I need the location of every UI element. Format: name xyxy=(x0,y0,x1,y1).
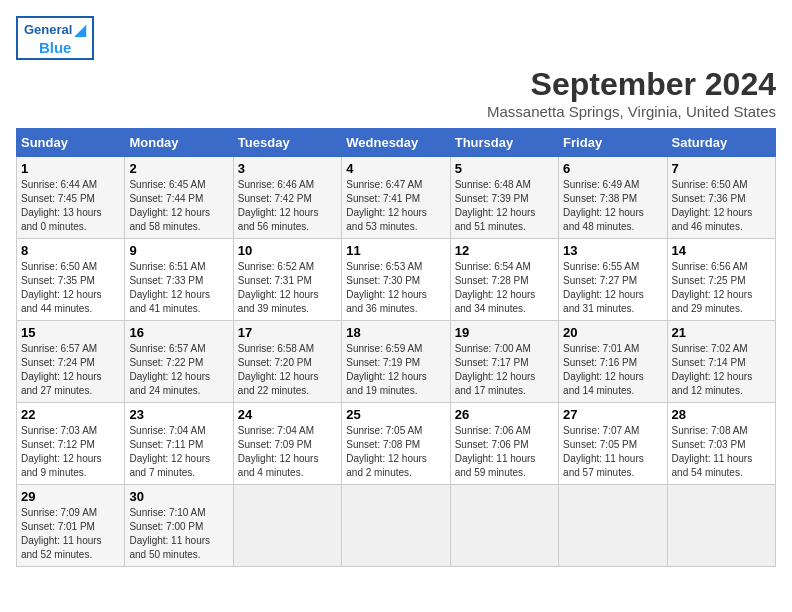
day-info: Sunrise: 7:04 AMSunset: 7:11 PMDaylight:… xyxy=(129,425,210,478)
day-info: Sunrise: 7:00 AMSunset: 7:17 PMDaylight:… xyxy=(455,343,536,396)
calendar-cell: 20 Sunrise: 7:01 AMSunset: 7:16 PMDaylig… xyxy=(559,321,667,403)
calendar-week-4: 22 Sunrise: 7:03 AMSunset: 7:12 PMDaylig… xyxy=(17,403,776,485)
day-number: 16 xyxy=(129,325,228,340)
calendar-week-2: 8 Sunrise: 6:50 AMSunset: 7:35 PMDayligh… xyxy=(17,239,776,321)
header-wednesday: Wednesday xyxy=(342,129,450,157)
calendar-week-5: 29 Sunrise: 7:09 AMSunset: 7:01 PMDaylig… xyxy=(17,485,776,567)
day-number: 25 xyxy=(346,407,445,422)
day-info: Sunrise: 6:44 AMSunset: 7:45 PMDaylight:… xyxy=(21,179,102,232)
calendar-cell: 30 Sunrise: 7:10 AMSunset: 7:00 PMDaylig… xyxy=(125,485,233,567)
day-info: Sunrise: 6:54 AMSunset: 7:28 PMDaylight:… xyxy=(455,261,536,314)
calendar-cell: 26 Sunrise: 7:06 AMSunset: 7:06 PMDaylig… xyxy=(450,403,558,485)
day-number: 18 xyxy=(346,325,445,340)
calendar-cell: 11 Sunrise: 6:53 AMSunset: 7:30 PMDaylig… xyxy=(342,239,450,321)
calendar-cell: 2 Sunrise: 6:45 AMSunset: 7:44 PMDayligh… xyxy=(125,157,233,239)
day-number: 7 xyxy=(672,161,771,176)
header-saturday: Saturday xyxy=(667,129,775,157)
day-number: 19 xyxy=(455,325,554,340)
calendar-cell: 13 Sunrise: 6:55 AMSunset: 7:27 PMDaylig… xyxy=(559,239,667,321)
calendar-cell xyxy=(559,485,667,567)
logo-bottom-text: Blue xyxy=(39,39,72,56)
logo-top-text: General xyxy=(24,22,72,37)
calendar-cell xyxy=(450,485,558,567)
calendar-cell: 10 Sunrise: 6:52 AMSunset: 7:31 PMDaylig… xyxy=(233,239,341,321)
day-info: Sunrise: 7:01 AMSunset: 7:16 PMDaylight:… xyxy=(563,343,644,396)
day-number: 28 xyxy=(672,407,771,422)
calendar-week-1: 1 Sunrise: 6:44 AMSunset: 7:45 PMDayligh… xyxy=(17,157,776,239)
day-info: Sunrise: 7:05 AMSunset: 7:08 PMDaylight:… xyxy=(346,425,427,478)
day-info: Sunrise: 6:56 AMSunset: 7:25 PMDaylight:… xyxy=(672,261,753,314)
calendar-cell: 25 Sunrise: 7:05 AMSunset: 7:08 PMDaylig… xyxy=(342,403,450,485)
calendar-cell: 15 Sunrise: 6:57 AMSunset: 7:24 PMDaylig… xyxy=(17,321,125,403)
header-thursday: Thursday xyxy=(450,129,558,157)
calendar-week-3: 15 Sunrise: 6:57 AMSunset: 7:24 PMDaylig… xyxy=(17,321,776,403)
logo: General ◢ Blue xyxy=(16,16,94,60)
day-info: Sunrise: 6:57 AMSunset: 7:24 PMDaylight:… xyxy=(21,343,102,396)
calendar-cell: 5 Sunrise: 6:48 AMSunset: 7:39 PMDayligh… xyxy=(450,157,558,239)
day-info: Sunrise: 6:48 AMSunset: 7:39 PMDaylight:… xyxy=(455,179,536,232)
header-section: September 2024 Massanetta Springs, Virgi… xyxy=(16,66,776,120)
day-info: Sunrise: 6:50 AMSunset: 7:35 PMDaylight:… xyxy=(21,261,102,314)
calendar-cell: 24 Sunrise: 7:04 AMSunset: 7:09 PMDaylig… xyxy=(233,403,341,485)
calendar-cell: 7 Sunrise: 6:50 AMSunset: 7:36 PMDayligh… xyxy=(667,157,775,239)
calendar-cell xyxy=(233,485,341,567)
calendar-cell: 23 Sunrise: 7:04 AMSunset: 7:11 PMDaylig… xyxy=(125,403,233,485)
calendar-cell: 21 Sunrise: 7:02 AMSunset: 7:14 PMDaylig… xyxy=(667,321,775,403)
day-info: Sunrise: 6:55 AMSunset: 7:27 PMDaylight:… xyxy=(563,261,644,314)
day-number: 23 xyxy=(129,407,228,422)
header-tuesday: Tuesday xyxy=(233,129,341,157)
day-number: 11 xyxy=(346,243,445,258)
day-info: Sunrise: 7:10 AMSunset: 7:00 PMDaylight:… xyxy=(129,507,210,560)
day-info: Sunrise: 7:08 AMSunset: 7:03 PMDaylight:… xyxy=(672,425,753,478)
day-number: 1 xyxy=(21,161,120,176)
day-info: Sunrise: 7:06 AMSunset: 7:06 PMDaylight:… xyxy=(455,425,536,478)
day-info: Sunrise: 7:09 AMSunset: 7:01 PMDaylight:… xyxy=(21,507,102,560)
day-info: Sunrise: 7:04 AMSunset: 7:09 PMDaylight:… xyxy=(238,425,319,478)
calendar-cell xyxy=(342,485,450,567)
day-info: Sunrise: 6:53 AMSunset: 7:30 PMDaylight:… xyxy=(346,261,427,314)
calendar-cell: 28 Sunrise: 7:08 AMSunset: 7:03 PMDaylig… xyxy=(667,403,775,485)
day-info: Sunrise: 6:47 AMSunset: 7:41 PMDaylight:… xyxy=(346,179,427,232)
day-info: Sunrise: 6:50 AMSunset: 7:36 PMDaylight:… xyxy=(672,179,753,232)
day-number: 9 xyxy=(129,243,228,258)
calendar-cell: 6 Sunrise: 6:49 AMSunset: 7:38 PMDayligh… xyxy=(559,157,667,239)
calendar-cell: 3 Sunrise: 6:46 AMSunset: 7:42 PMDayligh… xyxy=(233,157,341,239)
day-info: Sunrise: 7:02 AMSunset: 7:14 PMDaylight:… xyxy=(672,343,753,396)
day-number: 2 xyxy=(129,161,228,176)
calendar-cell: 1 Sunrise: 6:44 AMSunset: 7:45 PMDayligh… xyxy=(17,157,125,239)
calendar-header-row: Sunday Monday Tuesday Wednesday Thursday… xyxy=(17,129,776,157)
day-info: Sunrise: 7:07 AMSunset: 7:05 PMDaylight:… xyxy=(563,425,644,478)
day-info: Sunrise: 7:03 AMSunset: 7:12 PMDaylight:… xyxy=(21,425,102,478)
day-number: 21 xyxy=(672,325,771,340)
day-number: 24 xyxy=(238,407,337,422)
calendar-cell: 29 Sunrise: 7:09 AMSunset: 7:01 PMDaylig… xyxy=(17,485,125,567)
day-number: 8 xyxy=(21,243,120,258)
day-number: 27 xyxy=(563,407,662,422)
month-year-title: September 2024 xyxy=(16,66,776,103)
calendar-cell: 8 Sunrise: 6:50 AMSunset: 7:35 PMDayligh… xyxy=(17,239,125,321)
calendar-cell: 16 Sunrise: 6:57 AMSunset: 7:22 PMDaylig… xyxy=(125,321,233,403)
day-info: Sunrise: 6:59 AMSunset: 7:19 PMDaylight:… xyxy=(346,343,427,396)
header-monday: Monday xyxy=(125,129,233,157)
day-info: Sunrise: 6:58 AMSunset: 7:20 PMDaylight:… xyxy=(238,343,319,396)
day-number: 3 xyxy=(238,161,337,176)
calendar-cell xyxy=(667,485,775,567)
day-info: Sunrise: 6:51 AMSunset: 7:33 PMDaylight:… xyxy=(129,261,210,314)
calendar-cell: 27 Sunrise: 7:07 AMSunset: 7:05 PMDaylig… xyxy=(559,403,667,485)
day-number: 22 xyxy=(21,407,120,422)
day-number: 6 xyxy=(563,161,662,176)
day-number: 14 xyxy=(672,243,771,258)
header-sunday: Sunday xyxy=(17,129,125,157)
header-friday: Friday xyxy=(559,129,667,157)
calendar-table: Sunday Monday Tuesday Wednesday Thursday… xyxy=(16,128,776,567)
day-number: 20 xyxy=(563,325,662,340)
calendar-cell: 9 Sunrise: 6:51 AMSunset: 7:33 PMDayligh… xyxy=(125,239,233,321)
day-number: 17 xyxy=(238,325,337,340)
day-info: Sunrise: 6:52 AMSunset: 7:31 PMDaylight:… xyxy=(238,261,319,314)
day-number: 29 xyxy=(21,489,120,504)
day-info: Sunrise: 6:46 AMSunset: 7:42 PMDaylight:… xyxy=(238,179,319,232)
day-number: 5 xyxy=(455,161,554,176)
day-info: Sunrise: 6:57 AMSunset: 7:22 PMDaylight:… xyxy=(129,343,210,396)
day-number: 13 xyxy=(563,243,662,258)
day-number: 15 xyxy=(21,325,120,340)
